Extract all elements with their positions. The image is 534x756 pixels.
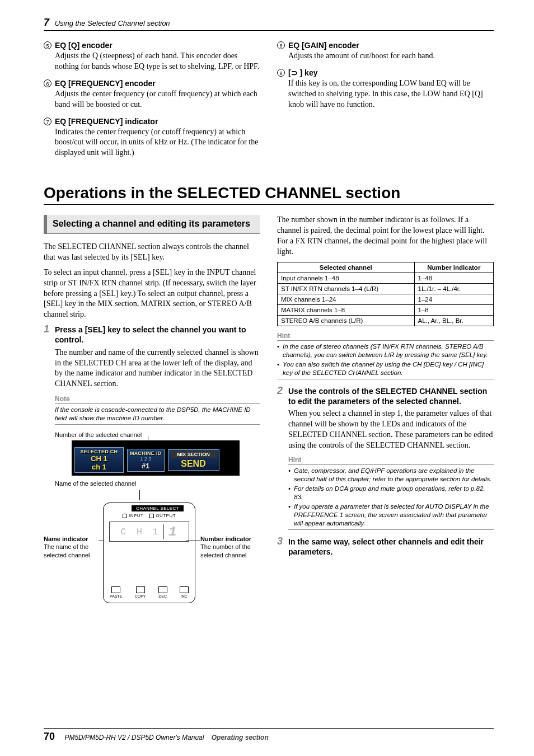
circled-number-icon: 5 — [44, 41, 51, 49]
channel-select-panel: CHANNEL SELECT INPUT OUTPUT C H 1 1 PAST… — [103, 503, 195, 603]
paste-key: PASTE — [110, 586, 122, 598]
step-title: Use the controls of the SELECTED CHANNEL… — [288, 386, 494, 406]
hint-item: You can also switch the channel by using… — [277, 360, 494, 377]
hint-box-1: Hint In the case of stereo channels (ST … — [277, 332, 494, 379]
table-row: Input channels 1–481–48 — [278, 273, 494, 283]
item-body: Adjusts the amount of cut/boost for each… — [288, 51, 494, 62]
item-9: 9 [⊃ ] key If this key is on, the corres… — [277, 68, 494, 110]
doc-title: PM5D/PM5D-RH V2 / DSP5D Owner's Manual — [64, 734, 204, 741]
channel-display: C H 1 1 — [109, 522, 189, 542]
item-body: Adjusts the Q (steepness) of each band. … — [55, 51, 260, 72]
item-title: EQ [GAIN] encoder — [288, 41, 494, 50]
running-head: 7 Using the Selected Channel section — [44, 17, 494, 31]
lcd-screenshot: SELECTED CH CH 1 ch 1 MACHINE ID 1 2 3 #… — [72, 440, 240, 476]
item-5: 5 EQ [Q] encoder Adjusts the Q (steepnes… — [44, 41, 260, 72]
intro-para-1: The SELECTED CHANNEL section always cont… — [44, 242, 260, 263]
panel-diagram: Name indicator The name of the selected … — [44, 503, 260, 614]
title-suffix: ] key — [298, 68, 318, 77]
panel-title: CHANNEL SELECT — [132, 505, 184, 511]
top-columns: 5 EQ [Q] encoder Adjusts the Q (steepnes… — [44, 41, 494, 165]
io-row: INPUT OUTPUT — [104, 513, 195, 518]
hint-item: For details on DCA group and mute group … — [288, 485, 494, 501]
step-3: 3 In the same way, select other channels… — [277, 537, 494, 557]
step-number: 1 — [44, 323, 49, 335]
circled-number-icon: 6 — [44, 79, 51, 87]
hint-label: Hint — [288, 456, 494, 465]
caption-bottom: Name of the selected channel — [55, 480, 260, 487]
step-body: The number and name of the currently sel… — [55, 348, 260, 390]
table-row: ST IN/FX RTN channels 1–4 (L/R)1L./1r. –… — [278, 283, 494, 294]
rcol-intro: The number shown in the number indicator… — [277, 215, 494, 257]
main-columns: Selecting a channel and editing its para… — [44, 215, 494, 614]
subsection-heading: Selecting a channel and editing its para… — [44, 215, 260, 234]
section-label: Operating section — [212, 734, 269, 741]
item-body: If this key is on, the corresponding LOW… — [288, 78, 494, 110]
step-1: 1 Press a [SEL] key to select the channe… — [44, 325, 260, 389]
item-7: 7 EQ [FREQUENCY] indicator Indicates the… — [44, 117, 260, 159]
item-title: EQ [FREQUENCY] indicator — [55, 117, 260, 126]
step-title: Press a [SEL] key to select the channel … — [55, 325, 260, 345]
table-header: Number indicator — [414, 262, 493, 273]
step-2: 2 Use the controls of the SELECTED CHANN… — [277, 386, 494, 451]
hint-label: Hint — [277, 332, 494, 341]
hint-box-2: Hint Gate, compressor, and EQ/HPF operat… — [277, 456, 494, 530]
item-body: Adjusts the center frequency (or cutoff … — [55, 89, 260, 110]
table-row: MIX channels 1–241–24 — [278, 294, 494, 304]
dec-key: DEC — [158, 586, 167, 598]
hint-item: Gate, compressor, and EQ/HPF operations … — [288, 467, 494, 483]
circled-number-icon: 8 — [277, 41, 285, 49]
intro-para-2: To select an input channel, press a [SEL… — [44, 267, 260, 320]
inc-key: INC — [180, 586, 189, 598]
caption-top: Number of the selected channel — [55, 431, 260, 438]
copy-key: COPY — [135, 586, 146, 598]
step-number: 2 — [277, 385, 283, 397]
step-number: 3 — [277, 536, 283, 547]
table-row: MATRIX channels 1–81–8 — [278, 304, 494, 315]
note-box: Note If the console is cascade-connected… — [44, 395, 260, 425]
lcd-selected-ch: SELECTED CH CH 1 ch 1 — [74, 447, 124, 473]
leader-line — [186, 541, 200, 541]
step-body: When you select a channel in step 1, the… — [288, 408, 494, 451]
table-row: STEREO A/B channels (L/R)AL., Ar., BL., … — [278, 315, 494, 326]
step-title: In the same way, select other channels a… — [288, 537, 494, 557]
item-body: Indicates the center frequency (or cutof… — [55, 127, 260, 159]
lcd-machine-id: MACHINE ID 1 2 3 #1 — [127, 449, 165, 472]
name-indicator-label: Name indicator The name of the selected … — [44, 535, 99, 559]
item-title: [⊃ ] key — [288, 68, 494, 77]
number-indicator-label: Number indicator The number of the selec… — [200, 535, 262, 559]
item-6: 6 EQ [FREQUENCY] encoder Adjusts the cen… — [44, 79, 260, 110]
number-indicator-table: Selected channel Number indicator Input … — [277, 262, 494, 326]
chapter-number: 7 — [44, 17, 49, 28]
page-footer: 70 PM5D/PM5D-RH V2 / DSP5D Owner's Manua… — [44, 728, 494, 743]
note-label: Note — [55, 395, 260, 404]
item-8: 8 EQ [GAIN] encoder Adjusts the amount o… — [277, 41, 494, 62]
note-body: If the console is cascade-connected to t… — [55, 406, 260, 422]
lcd-mix-section: MIX SECTION SEND — [168, 449, 219, 471]
circled-number-icon: 9 — [277, 69, 285, 77]
section-heading: Operations in the SELECTED CHANNEL secti… — [44, 184, 494, 205]
item-title: EQ [FREQUENCY] encoder — [55, 79, 260, 88]
shelving-icon: ⊃ — [291, 68, 298, 77]
table-header: Selected channel — [278, 262, 415, 273]
circled-number-icon: 7 — [44, 118, 51, 125]
hint-item: In the case of stereo channels (ST IN/FX… — [277, 342, 494, 359]
page-number: 70 — [44, 731, 55, 742]
hint-item: If you operate a parameter that is selec… — [288, 503, 494, 528]
chapter-title: Using the Selected Channel section — [55, 19, 170, 27]
item-title: EQ [Q] encoder — [55, 41, 260, 50]
